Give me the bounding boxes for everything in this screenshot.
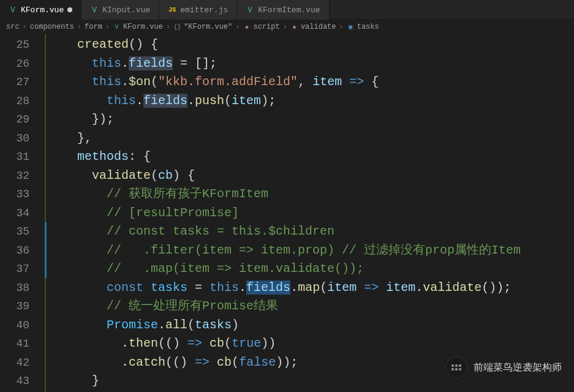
token-punc: ) { — [173, 168, 195, 183]
token-fn: cb — [210, 336, 224, 350]
token-punc: )) — [261, 336, 276, 350]
tab-label: KFormItem.vue — [258, 6, 320, 15]
token-punc — [48, 168, 92, 183]
token-fn: created — [77, 37, 129, 51]
line-number: 38 — [0, 279, 29, 298]
line-number: 32 — [0, 167, 29, 186]
tab-label: KForm.vue — [21, 6, 64, 15]
token-punc: = — [187, 281, 210, 295]
breadcrumb-label: script — [253, 23, 279, 31]
vue-file-icon: V — [113, 23, 121, 31]
line-number: 25 — [0, 36, 29, 55]
token-punc — [48, 94, 107, 108]
vue-file-icon: V — [9, 6, 17, 14]
code-line[interactable]: Promise.all(tasks) — [48, 316, 574, 335]
tab-KForm-vue[interactable]: VKForm.vue — [0, 0, 81, 20]
code-line[interactable]: created() { — [48, 36, 574, 55]
token-var: fields — [143, 94, 187, 108]
tab-KFormItem-vue[interactable]: VKFormItem.vue — [237, 0, 329, 20]
token-punc: . — [290, 281, 298, 295]
code-line[interactable]: .then(() => cb(true)) — [48, 334, 574, 353]
chevron-right-icon: › — [339, 23, 344, 31]
token-var: methods — [77, 149, 129, 164]
token-var: fields — [129, 56, 173, 70]
line-number: 42 — [0, 353, 29, 372]
code-line[interactable]: // 统一处理所有Promise结果 — [48, 297, 574, 316]
token-punc: ( — [151, 75, 158, 89]
code-line[interactable]: // .map(item => item.validate()); — [48, 260, 574, 279]
token-str: "kkb.form.addField" — [158, 75, 298, 89]
code-content[interactable]: created() { this.fields = []; this.$on("… — [40, 34, 574, 392]
token-const: Promise — [107, 318, 158, 332]
token-punc: ( — [151, 168, 158, 183]
code-line[interactable]: this.$on("kkb.form.addField", item => { — [48, 73, 574, 92]
token-kw: => — [187, 336, 202, 350]
code-line[interactable]: }); — [48, 110, 574, 129]
breadcrumb-item[interactable]: src — [6, 23, 20, 31]
chevron-right-icon: › — [105, 23, 110, 31]
code-line[interactable]: const tasks = this.fields.map(item => it… — [48, 279, 574, 298]
token-punc: ( — [232, 355, 239, 369]
code-line[interactable]: // .filter(item => item.prop) // 过滤掉没有pr… — [48, 241, 574, 260]
breadcrumb-label: form — [85, 23, 102, 31]
vue-file-icon: V — [90, 6, 99, 14]
token-punc: ) — [232, 318, 239, 332]
tab-label: KInput.vue — [102, 6, 150, 15]
token-fn: catch — [129, 355, 165, 369]
token-punc — [379, 281, 386, 295]
line-number: 37 — [0, 260, 29, 279]
code-line[interactable]: methods: { — [48, 148, 574, 167]
breadcrumb-label: components — [30, 23, 74, 31]
token-punc: ); — [261, 94, 276, 108]
token-punc: ( — [224, 94, 232, 108]
token-punc — [48, 187, 107, 201]
breadcrumb-item[interactable]: ◈validate — [290, 23, 336, 31]
token-var: fields — [246, 281, 290, 295]
token-fn: then — [129, 336, 158, 350]
code-line[interactable]: validate(cb) { — [48, 167, 574, 186]
token-kw: const — [107, 281, 143, 295]
token-punc: . — [121, 75, 129, 89]
line-number: 36 — [0, 241, 29, 260]
breadcrumb-item[interactable]: {}"KForm.vue" — [173, 23, 232, 31]
code-line[interactable]: // [resultPromise] — [48, 204, 574, 223]
token-punc: }, — [48, 131, 92, 145]
breadcrumb-item[interactable]: form — [85, 23, 102, 31]
token-punc — [48, 149, 77, 164]
token-fn: validate — [92, 168, 151, 183]
token-cmt: // .map(item => item.validate()); — [107, 262, 364, 276]
code-line[interactable]: }, — [48, 129, 574, 148]
breadcrumb-item[interactable]: ◈script — [243, 23, 279, 31]
watermark-text: 前端菜鸟逆袭架构师 — [474, 361, 562, 374]
token-fn: all — [165, 318, 187, 332]
wechat-icon — [445, 356, 467, 379]
token-punc: ()); — [481, 281, 511, 295]
tab-KInput-vue[interactable]: VKInput.vue — [81, 0, 159, 20]
code-line[interactable]: // const tasks = this.$children — [48, 222, 574, 241]
breadcrumb-item[interactable]: components — [30, 23, 74, 31]
code-line[interactable]: // 获取所有孩子KFormItem — [48, 185, 574, 204]
token-cmt: // 获取所有孩子KFormItem — [107, 187, 268, 201]
token-punc: . — [187, 94, 195, 108]
js-file-icon: JS — [168, 6, 176, 14]
breadcrumb-item[interactable]: ▣tasks — [347, 23, 379, 31]
tab-emitter-js[interactable]: JSemitter.js — [159, 0, 237, 20]
token-punc: . — [48, 355, 129, 369]
method-icon: ◈ — [290, 23, 298, 31]
line-number: 30 — [0, 129, 29, 148]
token-cmt: // .filter(item => item.prop) // 过滤掉没有pr… — [107, 243, 521, 257]
token-punc: , — [298, 75, 312, 89]
code-editor[interactable]: 25262728293031323334353637383940414243 c… — [0, 34, 574, 392]
token-cmt: // [resultPromise] — [107, 206, 239, 220]
gutter-diff-marker — [45, 222, 47, 278]
code-line[interactable]: this.fields.push(item); — [48, 92, 574, 111]
token-kw: => — [364, 281, 379, 295]
code-line[interactable]: this.fields = []; — [48, 55, 574, 74]
token-fn: map — [298, 281, 320, 295]
breadcrumb-item[interactable]: VKForm.vue — [113, 23, 163, 31]
line-number: 40 — [0, 316, 29, 335]
token-punc: }); — [48, 112, 114, 126]
token-kw: => — [195, 355, 210, 369]
breadcrumb-label: src — [6, 23, 20, 31]
variable-icon: ▣ — [347, 23, 355, 31]
